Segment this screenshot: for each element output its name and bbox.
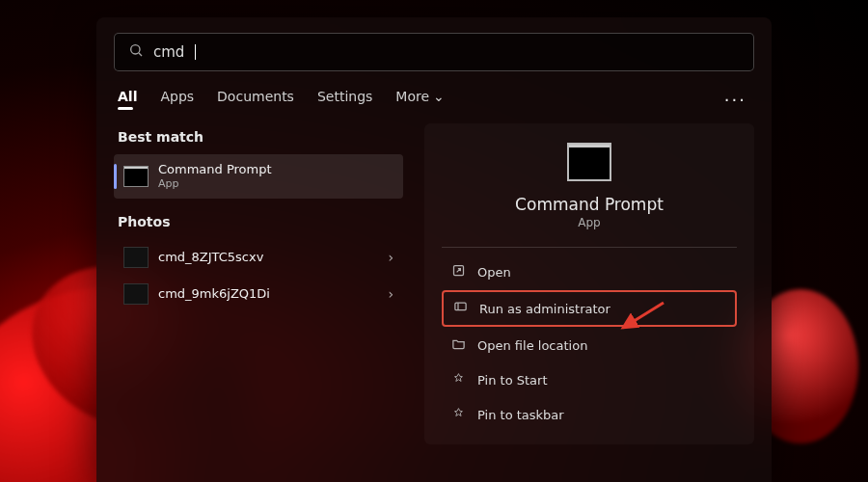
search-icon bbox=[128, 42, 144, 62]
text-caret bbox=[195, 44, 196, 60]
action-list: Open Run as administrator Open file loca… bbox=[442, 255, 737, 431]
overflow-button[interactable]: ··· bbox=[720, 90, 750, 110]
tab-all[interactable]: All bbox=[118, 89, 137, 110]
action-run-as-administrator[interactable]: Run as administrator bbox=[442, 290, 737, 327]
photos-heading: Photos bbox=[118, 214, 403, 229]
search-input[interactable]: cmd bbox=[114, 33, 754, 71]
action-open[interactable]: Open bbox=[442, 255, 737, 288]
chevron-right-icon: › bbox=[388, 286, 393, 302]
photo-result[interactable]: cmd_9mk6jZQ1Di › bbox=[114, 276, 403, 312]
svg-line-1 bbox=[139, 53, 142, 56]
app-icon bbox=[567, 143, 611, 181]
cmd-icon bbox=[123, 166, 149, 187]
action-label: Open bbox=[477, 265, 511, 280]
best-match-heading: Best match bbox=[118, 129, 403, 145]
action-label: Pin to Start bbox=[477, 373, 547, 388]
result-subtitle: App bbox=[158, 177, 272, 191]
detail-subtitle: App bbox=[578, 216, 600, 229]
action-pin-to-start[interactable]: Pin to Start bbox=[442, 363, 737, 396]
result-title: Command Prompt bbox=[158, 162, 272, 177]
detail-pane: Command Prompt App Open Run as administr… bbox=[424, 123, 754, 444]
svg-point-0 bbox=[131, 45, 140, 54]
action-open-file-location[interactable]: Open file location bbox=[442, 329, 737, 362]
result-command-prompt[interactable]: Command Prompt App bbox=[114, 154, 403, 199]
filter-tabs: All Apps Documents Settings More⌄ ··· bbox=[118, 89, 750, 110]
search-query: cmd bbox=[153, 43, 184, 61]
divider bbox=[442, 247, 737, 248]
tab-documents[interactable]: Documents bbox=[217, 89, 294, 110]
results-column: Best match Command Prompt App Photos cmd… bbox=[114, 123, 403, 444]
detail-title: Command Prompt bbox=[515, 195, 664, 214]
chevron-down-icon: ⌄ bbox=[433, 89, 445, 104]
result-title: cmd_8ZJTC5scxv bbox=[158, 250, 263, 265]
photo-result[interactable]: cmd_8ZJTC5scxv › bbox=[114, 239, 403, 276]
action-pin-to-taskbar[interactable]: Pin to taskbar bbox=[442, 398, 737, 431]
svg-rect-3 bbox=[455, 303, 466, 310]
action-label: Pin to taskbar bbox=[477, 408, 564, 422]
open-icon bbox=[451, 263, 466, 281]
result-title: cmd_9mk6jZQ1Di bbox=[158, 286, 270, 302]
action-label: Open file location bbox=[477, 338, 587, 353]
pin-icon bbox=[451, 371, 466, 388]
action-label: Run as administrator bbox=[479, 302, 610, 316]
shield-icon bbox=[453, 300, 468, 317]
image-thumb-icon bbox=[123, 247, 149, 268]
tab-apps[interactable]: Apps bbox=[160, 89, 194, 110]
folder-icon bbox=[451, 336, 466, 354]
chevron-right-icon: › bbox=[388, 250, 393, 265]
pin-icon bbox=[451, 406, 466, 423]
start-search-panel: cmd All Apps Documents Settings More⌄ ··… bbox=[96, 17, 772, 482]
tab-more[interactable]: More⌄ bbox=[395, 89, 444, 110]
image-thumb-icon bbox=[123, 283, 149, 305]
tab-settings[interactable]: Settings bbox=[317, 89, 372, 110]
